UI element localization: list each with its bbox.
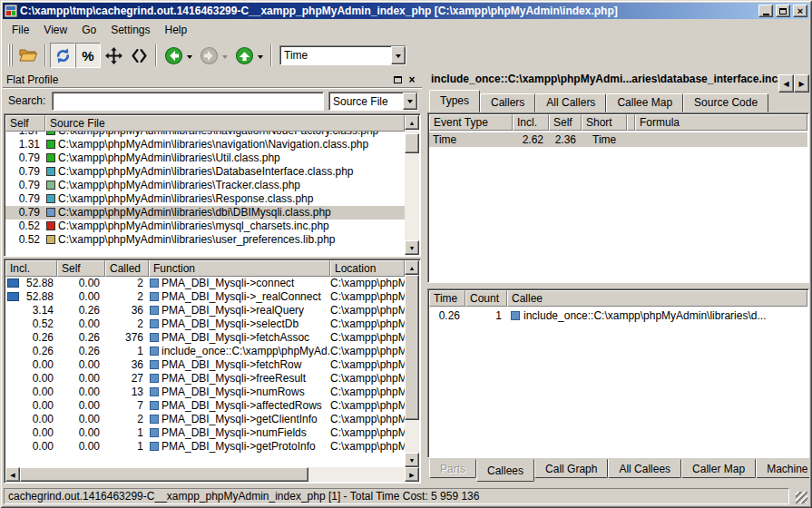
function-row[interactable]: 0.26 0.26 376 PMA_DBI_Mysqli->fetchAssoc… (5, 331, 405, 345)
function-row[interactable]: 52.88 0.00 2 PMA_DBI_Mysqli->_realConnec… (5, 290, 405, 304)
event-type-row[interactable]: Time 2.62 2.36 Time (429, 132, 807, 147)
combo-dropdown-button[interactable] (403, 93, 417, 110)
function-row[interactable]: 0.00 0.00 13 PMA_DBI_Mysqli->numRows C:\… (5, 386, 405, 399)
function-row[interactable]: 0.00 0.00 1 PMA_DBI_Mysqli->numFields C:… (5, 426, 405, 440)
column-header-self[interactable]: Self (57, 260, 105, 277)
function-row[interactable]: 0.00 0.00 7 PMA_DBI_Mysqli->affectedRows… (5, 399, 405, 413)
relative-to-parent-button[interactable] (101, 43, 126, 68)
menu-item[interactable]: Settings (103, 21, 157, 39)
location: C:\xampp\phpMy (330, 318, 405, 331)
function-row[interactable]: 0.00 0.00 27 PMA_DBI_Mysqli->freeResult … (5, 372, 405, 386)
detail-tab[interactable]: Source Code (683, 93, 768, 112)
search-input[interactable] (52, 92, 324, 111)
forward-dropdown-caret[interactable] (222, 55, 228, 62)
combo-dropdown-button[interactable] (391, 46, 406, 64)
scroll-up-button[interactable]: ▲ (405, 260, 419, 275)
scrollbar-thumb[interactable] (20, 467, 308, 482)
detail-tab[interactable]: Callees (476, 459, 534, 482)
column-header-source-file[interactable]: Source File (45, 115, 405, 132)
detail-tab[interactable]: Caller Map (681, 459, 756, 478)
callee-row[interactable]: 0.26 1 include_once::C:\xampp\phpMyAdmin… (429, 308, 807, 323)
source-file-row[interactable]: 0.52 C:\xampp\phpMyAdmin\libraries\user_… (5, 233, 405, 247)
maximize-button[interactable] (776, 5, 790, 17)
location: C:\xampp\phpMy (330, 277, 405, 290)
shorten-templates-button[interactable] (126, 43, 152, 68)
tab-scroll-left-button[interactable]: ◀ (778, 74, 794, 93)
incl-cost: 0.26 (21, 345, 57, 358)
scrollbar-thumb[interactable] (405, 275, 419, 420)
source-file-row[interactable]: 0.79 C:\xampp\phpMyAdmin\libraries\dbi\D… (5, 206, 405, 220)
detail-tab[interactable]: Call Graph (534, 459, 608, 478)
menu-item[interactable]: View (36, 21, 74, 39)
menu-item[interactable]: Go (74, 21, 103, 39)
function-row[interactable]: 0.52 0.00 2 PMA_DBI_Mysqli->selectDb C:\… (5, 318, 405, 331)
column-header-function[interactable]: Function (149, 260, 330, 277)
resize-grip[interactable] (796, 492, 807, 503)
detail-tab[interactable]: Callers (480, 93, 535, 112)
toolbar-handle[interactable] (8, 44, 13, 66)
detail-tab[interactable]: Parts (429, 459, 476, 478)
scroll-left-button[interactable]: ◀ (5, 467, 20, 482)
time-cost: 0.26 (429, 308, 465, 323)
source-file-path: C:\xampp\phpMyAdmin\libraries\Response.c… (58, 192, 313, 206)
source-file-row[interactable]: 1.31 C:\xampp\phpMyAdmin\libraries\navig… (5, 138, 405, 151)
source-file-row[interactable]: 1.37 C:\xampp\phpMyAdmin\libraries\navig… (5, 132, 405, 138)
function-row[interactable]: 0.00 0.00 2 PMA_DBI_Mysqli->getClientInf… (5, 413, 405, 426)
source-file-row[interactable]: 0.79 C:\xampp\phpMyAdmin\libraries\Respo… (5, 192, 405, 206)
function-icon (150, 387, 159, 396)
column-header-event-type[interactable]: Event Type (429, 114, 513, 131)
detail-tab[interactable]: Machine (756, 459, 809, 478)
function-row[interactable]: 52.88 0.00 2 PMA_DBI_Mysqli->connect C:\… (5, 277, 405, 290)
forward-button[interactable] (196, 43, 221, 68)
column-header-called[interactable]: Called (105, 260, 149, 277)
relative-percent-button[interactable]: % (75, 43, 101, 68)
dock-close-button[interactable]: × (406, 74, 418, 86)
column-header-count[interactable]: Count (465, 290, 507, 307)
column-header-short[interactable]: Short (582, 114, 627, 131)
function-row[interactable]: 0.00 0.00 36 PMA_DBI_Mysqli->fetchRow C:… (5, 358, 405, 372)
column-header-spacer[interactable] (627, 114, 635, 131)
scroll-up-button[interactable]: ▲ (405, 115, 419, 130)
close-button[interactable]: × (793, 5, 807, 17)
tab-scroll-right-button[interactable]: ▶ (794, 74, 809, 93)
column-header-time[interactable]: Time (429, 290, 465, 307)
search-label: Search: (8, 94, 45, 107)
refresh-icon (54, 47, 72, 64)
column-header-self[interactable]: Self (549, 114, 582, 131)
detail-tab[interactable]: Types (429, 90, 480, 112)
back-button[interactable] (161, 43, 186, 68)
self-cost: 2.36 (549, 132, 582, 147)
function-row[interactable]: 0.26 0.26 1 include_once::C:\xampp\phpMy… (5, 345, 405, 358)
detail-tab[interactable]: All Callers (535, 93, 606, 112)
column-header-self[interactable]: Self (5, 115, 45, 132)
grouping-combobox[interactable]: Source File (328, 92, 418, 111)
cycle-detection-button[interactable] (50, 43, 75, 68)
column-header-formula[interactable]: Formula (635, 114, 807, 131)
column-header-incl[interactable]: Incl. (513, 114, 549, 131)
function-row[interactable]: 3.14 0.26 36 PMA_DBI_Mysqli->realQuery C… (5, 304, 405, 318)
minimize-button[interactable] (758, 5, 773, 17)
column-header-location[interactable]: Location (330, 260, 405, 277)
source-file-row[interactable]: 0.79 C:\xampp\phpMyAdmin\libraries\Track… (5, 179, 405, 192)
scroll-right-button[interactable]: ▶ (405, 467, 419, 482)
menu-item[interactable]: Help (158, 21, 195, 39)
scroll-down-button[interactable]: ▼ (405, 240, 419, 255)
menu-item[interactable]: File (5, 21, 36, 39)
up-button[interactable] (231, 43, 257, 68)
open-file-button[interactable] (15, 43, 41, 68)
detail-tab[interactable]: All Callees (608, 459, 681, 478)
detail-tab[interactable]: Callee Map (606, 93, 683, 112)
event-type-combobox[interactable]: Time (279, 45, 406, 65)
column-header-incl[interactable]: Incl. (5, 260, 57, 277)
dock-float-button[interactable] (391, 74, 404, 86)
source-file-row[interactable]: 0.79 C:\xampp\phpMyAdmin\libraries\Datab… (5, 165, 405, 179)
function-row[interactable]: 0.00 0.00 1 PMA_DBI_Mysqli->getProtoInfo… (5, 440, 405, 454)
function-icon (511, 311, 520, 320)
scrollbar-thumb[interactable] (405, 133, 419, 153)
column-header-callee[interactable]: Callee (507, 290, 807, 307)
up-dropdown-caret[interactable] (258, 55, 263, 62)
source-file-row[interactable]: 0.52 C:\xampp\phpMyAdmin\libraries\mysql… (5, 220, 405, 233)
back-dropdown-caret[interactable] (187, 55, 192, 62)
source-file-row[interactable]: 0.79 C:\xampp\phpMyAdmin\libraries\Util.… (5, 151, 405, 165)
scroll-down-button[interactable]: ▼ (405, 453, 419, 467)
